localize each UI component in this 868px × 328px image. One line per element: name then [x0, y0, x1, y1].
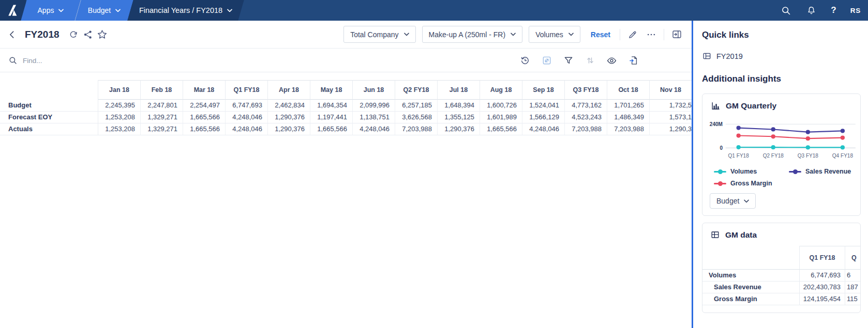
- grid-cell[interactable]: 1,329,271: [141, 123, 183, 135]
- grid-cell[interactable]: 1,290,376: [268, 112, 310, 123]
- user-avatar[interactable]: RS: [850, 7, 861, 14]
- row-label[interactable]: Forecast EOY: [0, 112, 98, 123]
- grid-cell[interactable]: 7,203,988: [565, 123, 607, 135]
- refresh-icon[interactable]: [68, 29, 79, 40]
- quick-link-fy2019[interactable]: FY2019: [702, 51, 861, 61]
- grid-cell[interactable]: 6,747,693: [226, 100, 268, 111]
- context-selector-total-company[interactable]: Total Company: [343, 26, 415, 43]
- grid-cell[interactable]: 1,573,1: [650, 112, 692, 123]
- grid-cell[interactable]: 1,524,041: [522, 100, 565, 111]
- grid-cell[interactable]: 1,138,751: [353, 112, 395, 123]
- grid-cell[interactable]: 1,665,566: [183, 123, 226, 135]
- column-header[interactable]: Oct 18: [607, 80, 650, 100]
- grid-cell[interactable]: 1,732,5: [650, 100, 692, 111]
- gm-data-table: Q1 FY18QVolumes6,747,6936Sales Revenue20…: [702, 246, 861, 305]
- scenario-selector[interactable]: Budget: [710, 193, 756, 209]
- export-icon[interactable]: [628, 55, 639, 66]
- grid-cell[interactable]: 4,773,162: [565, 100, 607, 111]
- search-icon[interactable]: [780, 5, 791, 16]
- grid-cell[interactable]: 1,601,989: [480, 112, 522, 123]
- more-options-icon[interactable]: [645, 28, 657, 41]
- context-selector-measure[interactable]: Volumes: [529, 26, 580, 43]
- grid-cell[interactable]: 3,626,568: [395, 112, 438, 123]
- grid-cell[interactable]: 1,665,566: [310, 123, 353, 135]
- column-header[interactable]: Nov 18: [650, 80, 692, 100]
- help-icon[interactable]: ?: [831, 5, 836, 15]
- grid-cell[interactable]: 1,486,349: [607, 112, 650, 123]
- grid-cell[interactable]: 1,355,125: [438, 112, 480, 123]
- history-icon[interactable]: [519, 55, 530, 66]
- row-label[interactable]: Budget: [0, 100, 98, 111]
- grid-cell[interactable]: 1,648,394: [438, 100, 480, 111]
- grid-cell[interactable]: 1,290,376: [268, 123, 310, 135]
- column-header[interactable]: Q3 FY18: [565, 80, 607, 100]
- legend-item[interactable]: Volumes: [714, 168, 789, 175]
- column-header[interactable]: May 18: [310, 80, 353, 100]
- grid-cell[interactable]: 2,245,395: [98, 100, 141, 111]
- grid-cell[interactable]: 1,290,3: [650, 123, 692, 135]
- grid-cell[interactable]: 1,329,271: [141, 112, 183, 123]
- grid-cell[interactable]: 1,197,441: [310, 112, 353, 123]
- legend-item[interactable]: Sales Revenue: [789, 168, 853, 175]
- nav-breadcrumb-tab[interactable]: Financial Years / FY2018: [127, 0, 244, 21]
- edit-pencil-icon[interactable]: [626, 28, 639, 41]
- grid-cell[interactable]: 1,566,129: [522, 112, 565, 123]
- gm-row-label: Gross Margin: [702, 293, 800, 305]
- grid-cell[interactable]: 1,665,566: [183, 112, 226, 123]
- column-header[interactable]: Sep 18: [522, 80, 565, 100]
- sort-icon[interactable]: [585, 55, 595, 66]
- selector-label: Make-up A (250ml - FR): [429, 30, 506, 39]
- legend-item[interactable]: Gross Margin: [714, 180, 789, 187]
- grid-cell[interactable]: 2,462,834: [268, 100, 310, 111]
- grid-cell[interactable]: 1,290,376: [438, 123, 480, 135]
- column-header[interactable]: Apr 18: [268, 80, 310, 100]
- grid-cell[interactable]: 2,099,996: [353, 100, 395, 111]
- chevron-down-icon: [568, 33, 574, 36]
- grid-cell[interactable]: 4,523,243: [565, 112, 607, 123]
- grid-cell[interactable]: 1,701,265: [607, 100, 650, 111]
- grid-cell[interactable]: 2,254,497: [183, 100, 226, 111]
- gm-cell: 202,430,783: [800, 282, 845, 293]
- grid-cell[interactable]: 1,665,566: [480, 123, 522, 135]
- share-icon[interactable]: [82, 29, 94, 40]
- column-header[interactable]: Feb 18: [141, 80, 183, 100]
- nav-tab-apps[interactable]: Apps: [21, 0, 80, 21]
- row-label[interactable]: Actuals: [0, 123, 98, 135]
- reset-link[interactable]: Reset: [591, 30, 610, 39]
- find-input[interactable]: [23, 57, 178, 65]
- column-header[interactable]: Jan 18: [98, 80, 141, 100]
- grid-cell[interactable]: 6,257,185: [395, 100, 438, 111]
- pivot-icon[interactable]: [541, 55, 552, 66]
- anaplan-logo-icon[interactable]: [6, 3, 20, 18]
- page-title: FY2018: [25, 29, 59, 40]
- context-selector-product[interactable]: Make-up A (250ml - FR): [422, 26, 523, 43]
- grid-cell[interactable]: 7,203,988: [607, 123, 650, 135]
- column-header[interactable]: Q1 FY18: [226, 80, 268, 100]
- filter-icon[interactable]: [563, 55, 574, 66]
- show-hide-eye-icon[interactable]: [606, 55, 617, 66]
- selector-label: Total Company: [350, 30, 398, 39]
- additional-insights-title: Additional insights: [702, 74, 861, 84]
- favorite-star-icon[interactable]: [97, 29, 108, 40]
- grid-cell[interactable]: 4,248,046: [226, 123, 268, 135]
- nav-tab-budget[interactable]: Budget: [74, 0, 133, 21]
- grid-cell[interactable]: 2,247,801: [141, 100, 183, 111]
- grid-cell[interactable]: 1,694,354: [310, 100, 353, 111]
- notifications-bell-icon[interactable]: [805, 5, 817, 16]
- grid-cell[interactable]: 4,248,046: [522, 123, 565, 135]
- column-header[interactable]: Jun 18: [353, 80, 395, 100]
- gm-cell: 115: [845, 293, 861, 305]
- column-header[interactable]: Aug 18: [480, 80, 522, 100]
- grid-cell[interactable]: 7,203,988: [395, 123, 438, 135]
- column-header[interactable]: Q2 FY18: [395, 80, 438, 100]
- column-header[interactable]: Jul 18: [438, 80, 480, 100]
- back-button[interactable]: [7, 29, 19, 40]
- column-header[interactable]: Mar 18: [183, 80, 226, 100]
- grid-cell[interactable]: 4,248,046: [353, 123, 395, 135]
- search-icon: [8, 56, 18, 65]
- collapse-panel-icon[interactable]: [670, 28, 683, 41]
- grid-cell[interactable]: 1,253,208: [98, 123, 141, 135]
- grid-cell[interactable]: 4,248,046: [226, 112, 268, 123]
- grid-cell[interactable]: 1,600,726: [480, 100, 522, 111]
- grid-cell[interactable]: 1,253,208: [98, 112, 141, 123]
